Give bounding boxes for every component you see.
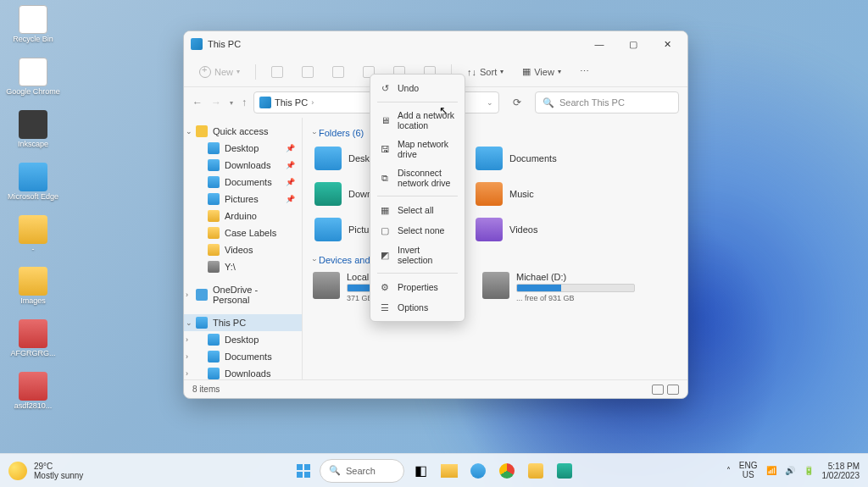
menu-item-label: Select none [398,225,444,235]
chevron-icon: › [310,132,319,135]
titlebar[interactable]: This PC ― ▢ ✕ [184,31,687,57]
dropdown-icon[interactable]: ⌄ [487,98,493,107]
content-area[interactable]: ›Folders (6)DesktopDocumentsDownloadsMus… [303,118,687,379]
chevron-icon: › [186,291,188,299]
folders-header[interactable]: ›Folders (6) [313,128,677,138]
sidebar-item[interactable]: Y:\ [184,258,302,275]
sidebar-item[interactable]: ›Desktop [184,331,302,348]
search-input[interactable]: 🔍 Search This PC [535,91,679,113]
breadcrumb[interactable]: This PC [275,97,308,108]
folder-icon [314,218,342,241]
folder-tile[interactable]: Documents [474,145,618,172]
copy-button[interactable] [295,63,320,81]
weather-widget[interactable]: 29°C Mostly sunny [8,462,83,480]
cut-icon [271,66,283,78]
svg-rect-3 [304,472,310,478]
menu-item-icon: ☰ [379,302,391,313]
folder-tile[interactable]: Music [474,180,618,208]
desktop-icon[interactable]: asdf2810... [3,370,63,412]
sidebar-item[interactable]: Desktop📌 [184,140,302,157]
sidebar-item[interactable]: Case Labels [184,224,302,241]
new-button[interactable]: New ▾ [192,63,247,81]
thispc-icon [191,38,203,50]
sidebar-item[interactable]: ›Documents [184,348,302,365]
sidebar-item[interactable]: ›Downloads [184,365,302,379]
start-button[interactable] [291,458,316,484]
tiles-view-button[interactable] [667,385,679,395]
desktop-icon[interactable]: Images [3,265,63,307]
sidebar-item[interactable]: ⌄Quick access [184,123,302,140]
search-icon: 🔍 [329,465,341,476]
cut-button[interactable] [264,63,290,81]
search-icon: 🔍 [542,97,554,108]
sidebar-item-label: Case Labels [225,228,276,238]
menu-item-icon: ▦ [379,204,391,216]
context-menu-item[interactable]: ▦Select all [370,200,465,220]
drives-header[interactable]: ›Devices and drives (2) [313,255,677,265]
menu-item-icon: ↺ [379,82,391,94]
context-menu-item[interactable]: 🖫Map network drive [370,135,465,163]
desktop-icon[interactable]: AFGRGRG... [3,318,63,360]
folder-icon [208,368,220,379]
sidebar-item[interactable]: Arduino [184,208,302,224]
sidebar-item-label: Documents [225,177,272,187]
context-menu-item[interactable]: ◩Invert selection [370,241,465,269]
chrome-taskbar-icon[interactable] [494,458,520,484]
sidebar-item-label: Documents [225,351,272,362]
sidebar-item-label: Pictures [225,194,259,204]
folder-tile[interactable]: Videos [474,216,618,243]
sidebar-item[interactable]: Videos [184,241,302,258]
edge-taskbar-icon[interactable] [465,458,491,484]
task-view-button[interactable]: ◧ [408,458,433,484]
close-button[interactable]: ✕ [650,32,684,56]
menu-item-label: Map network drive [398,139,456,159]
sidebar-item[interactable]: Documents📌 [184,174,302,191]
chevron-down-icon: ▾ [500,68,504,75]
context-menu-item[interactable]: ⧉Disconnect network drive [370,163,465,192]
more-button[interactable]: ⋯ [573,63,596,80]
tray-chevron-icon[interactable]: ˄ [726,466,731,475]
desktop-icon[interactable]: Google Chrome [3,56,63,98]
desktop-icon[interactable]: Recycle Bin [3,3,63,46]
explorer-taskbar-icon[interactable] [437,458,462,484]
desktop-icon[interactable]: - [3,213,63,256]
sort-button[interactable]: ↑↓ Sort ▾ [460,64,510,80]
context-menu-item[interactable]: ↺Undo [370,78,465,98]
forward-button[interactable]: → [211,97,221,108]
folder-icon [196,317,208,329]
context-menu-item[interactable]: ⚙Properties [370,277,465,297]
desktop-icon[interactable]: Inkscape [3,108,63,151]
app-icon [19,5,47,34]
paste-button[interactable] [326,63,351,81]
sidebar-item-label: Downloads [225,160,270,170]
folder-icon [314,147,342,170]
wifi-icon[interactable]: 📶 [766,466,776,475]
battery-icon[interactable]: 🔋 [804,466,814,475]
recent-button[interactable]: ▾ [230,99,233,107]
sidebar-item[interactable]: ›OneDrive - Personal [184,282,302,307]
sidebar-item[interactable]: Downloads📌 [184,157,302,174]
details-view-button[interactable] [652,385,664,395]
sidebar-item[interactable]: ⌄This PC [184,314,302,331]
up-button[interactable]: ↑ [242,97,247,108]
sidebar-item[interactable]: Pictures📌 [184,191,302,208]
maximize-button[interactable]: ▢ [616,32,650,56]
svg-rect-0 [297,464,303,470]
drive-tile[interactable]: Michael (D:)... free of 931 GB [482,272,635,302]
refresh-button[interactable]: ⟳ [506,91,528,113]
minimize-button[interactable]: ― [582,32,616,56]
sidebar-item-label: Desktop [225,143,259,153]
pin-icon: 📌 [286,178,295,186]
language-indicator[interactable]: ENG US [739,462,758,479]
context-menu-item[interactable]: ▢Select none [370,220,465,241]
app-taskbar-icon[interactable] [523,458,548,484]
context-menu-item[interactable]: 🖥Add a network location [370,106,465,135]
back-button[interactable]: ← [192,97,203,108]
taskbar-search[interactable]: 🔍 Search [320,459,404,483]
desktop-icon[interactable]: Microsoft Edge [3,161,63,203]
app2-taskbar-icon[interactable] [552,458,577,484]
clock[interactable]: 5:18 PM 1/02/2023 [822,462,860,480]
context-menu-item[interactable]: ☰Options [370,297,465,318]
view-button[interactable]: ▦ View ▾ [515,63,568,80]
volume-icon[interactable]: 🔊 [785,466,795,475]
